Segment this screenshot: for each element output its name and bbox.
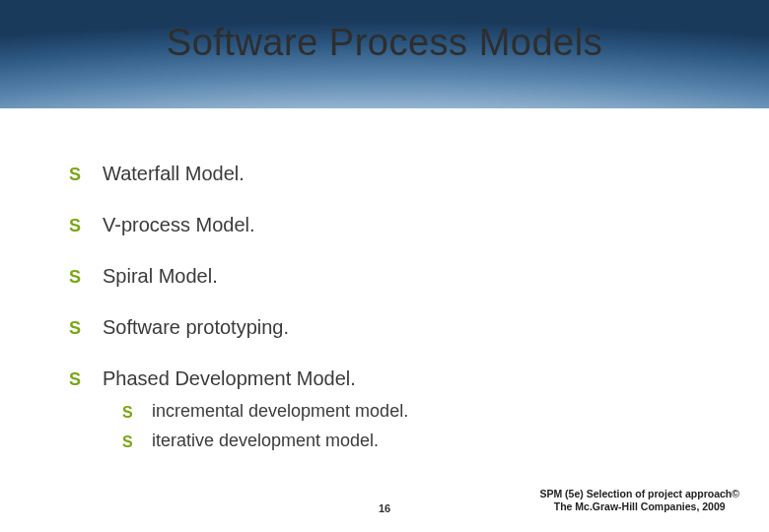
- list-item: S Spiral Model.: [69, 265, 710, 289]
- footer: 16 SPM (5e) Selection of project approac…: [0, 485, 769, 514]
- bullet-icon: S: [69, 214, 85, 237]
- slide: Software Process Models S Waterfall Mode…: [0, 0, 769, 532]
- bullet-icon: S: [122, 401, 138, 425]
- header-band: Software Process Models: [0, 0, 769, 108]
- attribution-line2: The Mc.Graw-Hill Companies, 2009: [539, 500, 739, 514]
- list-item: S iterative development model.: [122, 431, 710, 454]
- list-item: S Phased Development Model.: [69, 367, 710, 391]
- bullet-text: Phased Development Model.: [103, 367, 356, 390]
- list-item: S V-process Model.: [69, 214, 710, 237]
- slide-title: Software Process Models: [0, 22, 769, 64]
- bullet-text: Software prototyping.: [103, 316, 289, 339]
- list-item: S incremental development model.: [122, 401, 710, 425]
- bullet-icon: S: [69, 367, 85, 391]
- content-area: S Waterfall Model. S V-process Model. S …: [69, 163, 710, 460]
- bullet-text: V-process Model.: [103, 214, 255, 236]
- bullet-icon: S: [69, 316, 85, 340]
- list-item: S Software prototyping.: [69, 316, 710, 340]
- bullet-text: Spiral Model.: [103, 265, 218, 288]
- list-item: S Waterfall Model.: [69, 163, 710, 186]
- bullet-icon: S: [69, 163, 85, 186]
- bullet-icon: S: [122, 431, 138, 454]
- sub-bullet-text: iterative development model.: [152, 431, 379, 451]
- attribution-line1: SPM (5e) Selection of project approach©: [539, 488, 739, 501]
- sub-bullet-text: incremental development model.: [152, 401, 408, 422]
- bullet-text: Waterfall Model.: [103, 163, 245, 185]
- attribution: SPM (5e) Selection of project approach© …: [539, 488, 739, 514]
- sub-bullet-list: S incremental development model. S itera…: [122, 401, 710, 454]
- bullet-list: S Waterfall Model. S V-process Model. S …: [69, 163, 710, 391]
- bullet-icon: S: [69, 265, 85, 289]
- page-number: 16: [379, 502, 390, 514]
